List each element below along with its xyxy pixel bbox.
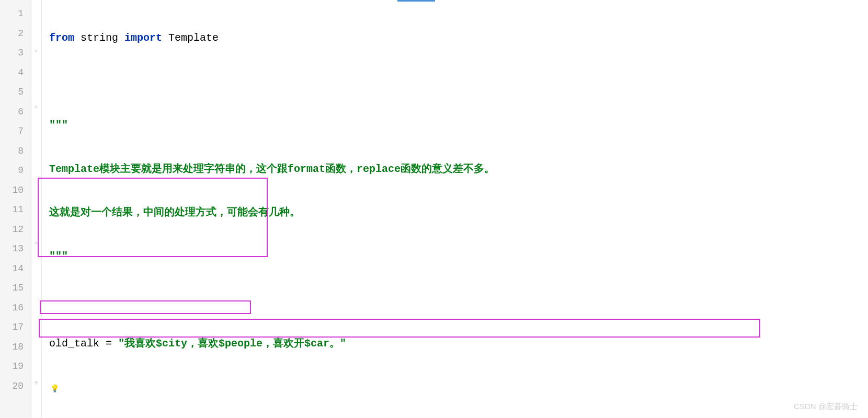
line-number: 7: [0, 122, 24, 142]
line-number: 20: [0, 377, 24, 397]
code-line: [49, 377, 868, 397]
fold-open-icon[interactable]: ⌄: [32, 44, 40, 53]
fold-column: ⌄ ⌃ ⌃ +: [31, 0, 42, 418]
code-line: """: [49, 115, 868, 135]
code-line: """: [49, 247, 868, 266]
line-number-gutter: 1 2 3 4 5 6 7 8 9 10 11 12 13 14 15 16 1…: [0, 0, 31, 418]
code-line: old_talk = "我喜欢$city，喜欢$people，喜欢开$car。": [49, 334, 868, 354]
code-line: 这就是对一个结果，中间的处理方式，可能会有几种。: [49, 203, 868, 223]
code-line: [49, 72, 868, 92]
line-number: 3: [0, 43, 24, 63]
code-line: from string import Template: [49, 28, 868, 48]
line-number: 11: [0, 200, 24, 220]
line-number: 2: [0, 24, 24, 44]
line-number: 8: [0, 142, 24, 161]
fold-close-icon[interactable]: ⌃: [32, 240, 40, 249]
fold-expand-icon[interactable]: +: [32, 379, 40, 387]
line-number: 15: [0, 278, 24, 298]
line-number: 13: [0, 239, 24, 259]
line-number: 10: [0, 181, 24, 201]
code-line: [49, 290, 868, 310]
line-number: 5: [0, 83, 24, 102]
line-number: 18: [0, 338, 24, 357]
line-number: 9: [0, 161, 24, 181]
code-editor[interactable]: from string import Template """ Template…: [42, 0, 868, 418]
line-number: 14: [0, 259, 24, 279]
watermark-text: CSDN @宏碁骑士: [794, 402, 858, 412]
line-number: 19: [0, 357, 24, 377]
line-number: 16: [0, 298, 24, 318]
code-line: Template模块主要就是用来处理字符串的，这个跟format函数，repla…: [49, 159, 868, 179]
line-number: 12: [0, 220, 24, 240]
line-number: 4: [0, 63, 24, 83]
intention-bulb-icon[interactable]: 💡: [50, 384, 59, 393]
line-number: 1: [0, 4, 24, 24]
line-number: 17: [0, 318, 24, 338]
fold-close-icon[interactable]: ⌃: [32, 104, 40, 113]
line-number: 6: [0, 102, 24, 122]
